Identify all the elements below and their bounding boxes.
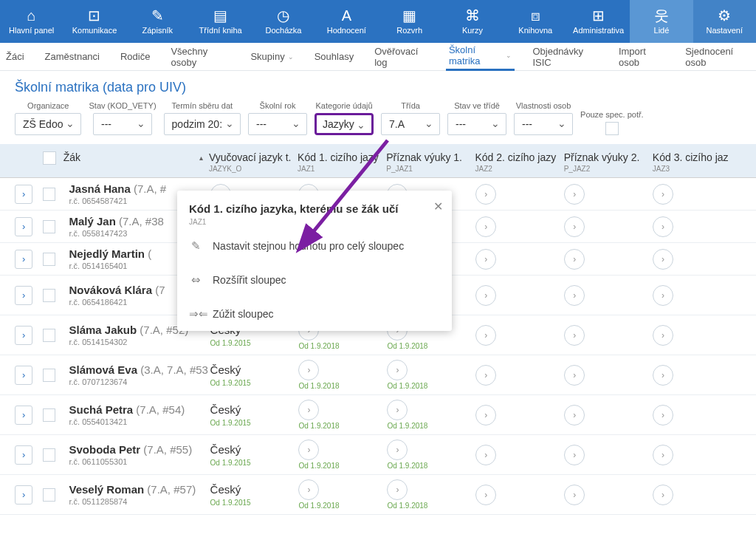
row-checkbox[interactable]	[43, 220, 55, 233]
column-jaz1[interactable]: Kód 1. cizího jazyJAZ1	[298, 151, 386, 173]
topnav-rozvrh[interactable]: ▦Rozvrh	[378, 0, 441, 43]
filter-select-vlastnosti-osob[interactable]: ---	[514, 113, 573, 135]
row-checkbox[interactable]	[43, 329, 55, 342]
column-p-jaz1[interactable]: Příznak výuky 1.P_JAZ1	[386, 151, 475, 173]
column-p-jaz2[interactable]: Příznak výuky 2.P_JAZ2	[564, 151, 653, 173]
filter-label: Pouze spec. potř.	[580, 110, 644, 119]
popup-action[interactable]: ✎Nastavit stejnou hodnotu pro celý sloup…	[177, 229, 452, 263]
edit-cell-button[interactable]: ›	[298, 440, 319, 460]
topnav-komunikace[interactable]: ⊡Komunikace	[63, 0, 126, 43]
filter-select-t-da[interactable]: 7.A	[381, 113, 440, 135]
edit-cell-button[interactable]: ›	[564, 184, 585, 205]
subnav-souhlasy[interactable]: Souhlasy	[312, 43, 357, 71]
topnav-lidé[interactable]: 웃Lidé	[630, 0, 693, 43]
edit-cell-button[interactable]: ›	[298, 360, 319, 380]
edit-cell-button[interactable]: ›	[387, 440, 408, 460]
edit-cell-button[interactable]: ›	[298, 400, 319, 420]
expand-button[interactable]: ›	[15, 326, 32, 345]
edit-cell-button[interactable]: ›	[564, 485, 585, 505]
edit-cell-button[interactable]: ›	[564, 249, 585, 270]
edit-cell-button[interactable]: ›	[387, 479, 408, 500]
subnav-skupiny[interactable]: Skupiny⌄	[247, 43, 296, 71]
topnav-knihovna[interactable]: ⧈Knihovna	[504, 0, 567, 43]
column-jaz2[interactable]: Kód 2. cizího jazyJAZ2	[475, 151, 563, 173]
topnav-zápisník[interactable]: ✎Zápisník	[126, 0, 189, 43]
row-checkbox[interactable]	[43, 369, 55, 382]
edit-cell-button[interactable]: ›	[564, 325, 585, 346]
filter-select-term-n-sb-ru-dat[interactable]: podzim 20:	[164, 113, 241, 135]
filter-select-stav-kod-vety-[interactable]: ---	[93, 113, 152, 135]
subnav-rodiče[interactable]: Rodiče	[117, 43, 153, 71]
edit-cell-button[interactable]: ›	[387, 360, 408, 380]
subnav-sjednocení-osob[interactable]: Sjednocení osob	[682, 43, 753, 71]
edit-cell-button[interactable]: ›	[653, 184, 673, 205]
filter-select-kategorie-daj-[interactable]: Jazyky	[315, 113, 374, 135]
edit-cell-button[interactable]: ›	[653, 216, 673, 237]
expand-button[interactable]: ›	[15, 185, 32, 204]
edit-cell-button[interactable]: ›	[564, 445, 585, 465]
topnav-hlavní-panel[interactable]: ⌂Hlavní panel	[0, 0, 63, 43]
edit-cell-button[interactable]: ›	[475, 285, 496, 306]
edit-cell-button[interactable]: ›	[653, 249, 673, 270]
edit-cell-button[interactable]: ›	[475, 485, 496, 505]
row-checkbox[interactable]	[43, 448, 55, 462]
topnav-administrativa[interactable]: ⊞Administrativa	[567, 0, 630, 43]
topnav-třídní-kniha[interactable]: ▤Třídní kniha	[189, 0, 252, 43]
popup-action[interactable]: ⇒⇐Zúžit sloupec	[177, 297, 452, 331]
column-jaz3[interactable]: Kód 3. cizího jazJAZ3	[653, 151, 741, 173]
row-checkbox[interactable]	[43, 488, 55, 502]
edit-cell-button[interactable]: ›	[653, 365, 673, 386]
subnav-žáci[interactable]: Žáci	[3, 43, 27, 71]
expand-button[interactable]: ›	[15, 445, 32, 465]
filter-select--koln-rok[interactable]: ---	[248, 113, 307, 135]
topnav-nastavení[interactable]: ⚙Nastavení	[693, 0, 756, 43]
expand-button[interactable]: ›	[15, 217, 32, 236]
expand-button[interactable]: ›	[15, 366, 32, 385]
row-checkbox[interactable]	[43, 408, 55, 422]
row-checkbox[interactable]	[43, 289, 55, 302]
edit-cell-button[interactable]: ›	[475, 445, 496, 465]
expand-button[interactable]: ›	[15, 250, 32, 269]
topnav-kurzy[interactable]: ⌘Kurzy	[441, 0, 504, 43]
subnav-zaměstnanci[interactable]: Zaměstnanci	[42, 43, 103, 71]
filter-select-organizace[interactable]: ZŠ Edoo	[15, 113, 81, 135]
edit-cell-button[interactable]: ›	[475, 216, 496, 237]
edit-cell-button[interactable]: ›	[653, 285, 673, 306]
subnav-školní-matrika[interactable]: Školní matrika⌄	[446, 43, 515, 71]
edit-cell-button[interactable]: ›	[298, 479, 319, 500]
edit-cell-button[interactable]: ›	[653, 405, 673, 425]
edit-cell-button[interactable]: ›	[387, 400, 408, 420]
edit-cell-button[interactable]: ›	[564, 285, 585, 306]
topnav-docházka[interactable]: ◷Docházka	[252, 0, 315, 43]
edit-cell-button[interactable]: ›	[564, 365, 585, 386]
column-zak[interactable]: Žák ▴	[63, 151, 209, 163]
subnav-objednávky-isic[interactable]: Objednávky ISIC	[529, 43, 600, 71]
row-checkbox[interactable]	[43, 188, 55, 201]
select-all-checkbox[interactable]	[43, 151, 56, 165]
expand-button[interactable]: ›	[15, 286, 32, 305]
popup-action[interactable]: ⇔Rozšířit sloupec	[177, 263, 452, 297]
edit-cell-button[interactable]: ›	[475, 325, 496, 346]
subnav-import-osob[interactable]: Import osob	[616, 43, 667, 71]
subnav-ověřovací-log[interactable]: Ověřovací log	[371, 43, 431, 71]
edit-cell-button[interactable]: ›	[475, 365, 496, 386]
nav-label: Administrativa	[573, 26, 624, 35]
filter-checkbox[interactable]	[605, 122, 619, 135]
edit-cell-button[interactable]: ›	[564, 405, 585, 425]
edit-cell-button[interactable]: ›	[564, 216, 585, 237]
edit-cell-button[interactable]: ›	[653, 325, 673, 346]
edit-cell-button[interactable]: ›	[475, 184, 496, 205]
expand-button[interactable]: ›	[15, 406, 32, 425]
date-value: Od 1.9.2015	[210, 339, 299, 347]
edit-cell-button[interactable]: ›	[653, 485, 673, 505]
column-jazyk-o[interactable]: Vyučovací jazyk t.JAZYK_O	[209, 151, 298, 173]
edit-cell-button[interactable]: ›	[653, 445, 673, 465]
edit-cell-button[interactable]: ›	[475, 249, 496, 270]
subnav-všechny-osoby[interactable]: Všechny osoby	[168, 43, 233, 71]
edit-cell-button[interactable]: ›	[475, 405, 496, 425]
expand-button[interactable]: ›	[15, 485, 32, 505]
filter-select-stav-ve-t-d-[interactable]: ---	[447, 113, 506, 135]
row-checkbox[interactable]	[43, 253, 55, 266]
topnav-hodnocení[interactable]: AHodnocení	[315, 0, 378, 43]
close-icon[interactable]: ✕	[433, 199, 443, 213]
